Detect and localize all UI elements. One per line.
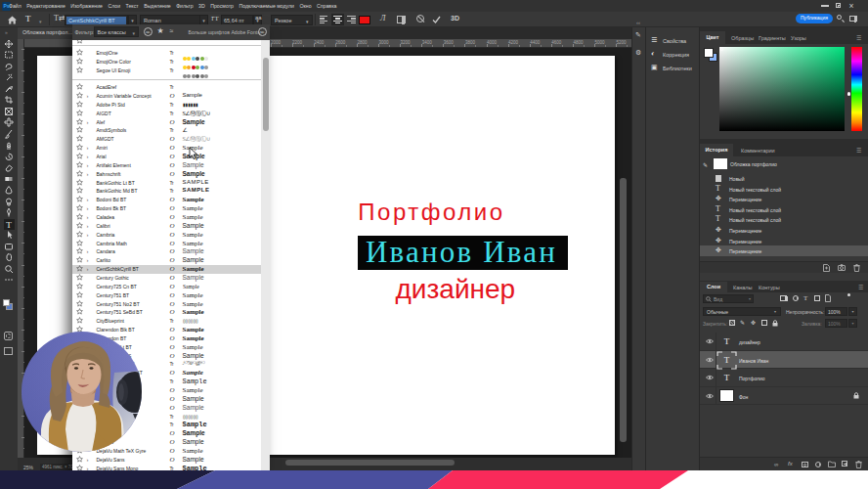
svg-text:T: T [6, 219, 12, 229]
